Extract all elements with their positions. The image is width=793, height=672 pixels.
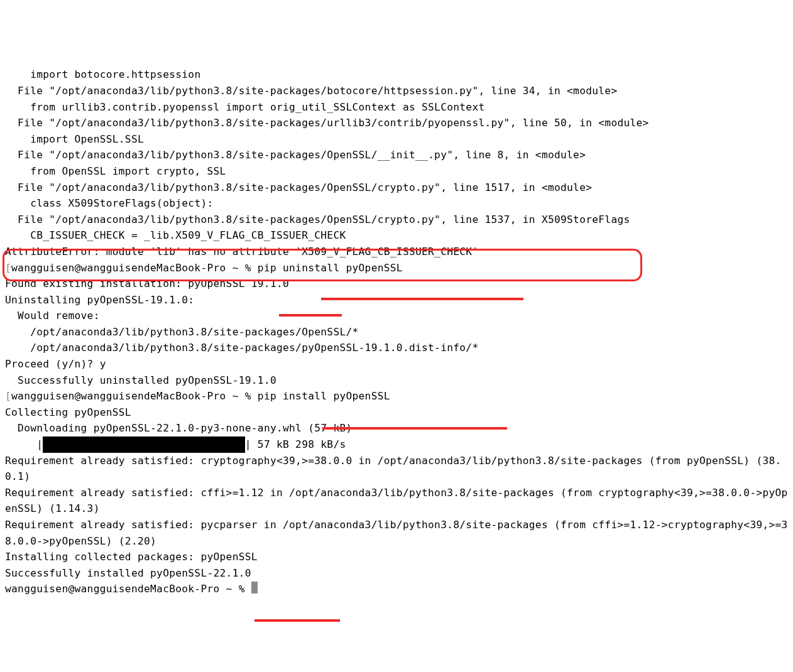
traceback-line: File "/opt/anaconda3/lib/python3.8/site-… [5, 117, 649, 129]
traceback-line: File "/opt/anaconda3/lib/python3.8/site-… [5, 214, 630, 225]
output-line: /opt/anaconda3/lib/python3.8/site-packag… [5, 326, 359, 338]
traceback-line: import OpenSSL.SSL [5, 133, 144, 145]
terminal-output[interactable]: import botocore.httpsession File "/opt/a… [5, 67, 788, 597]
progress-bar: ████████████████████████████████ [43, 436, 244, 453]
underline-annotation [254, 619, 340, 622]
progress-suffix: | 57 kB 298 kB/s [245, 438, 346, 450]
traceback-line: import botocore.httpsession [5, 68, 200, 80]
traceback-line: from urllib3.contrib.pyopenssl import or… [5, 101, 484, 113]
shell-prompt: wangguisen@wangguisendeMacBook-Pro ~ % [5, 583, 251, 595]
shell-command: pip uninstall pyOpenSSL [258, 262, 403, 274]
error-line: AttributeError: module 'lib' has no attr… [5, 246, 478, 257]
output-line: Installing collected packages: pyOpenSSL [5, 551, 258, 563]
prompt-bracket: [ [5, 390, 11, 402]
output-line: Requirement already satisfied: cryptogra… [5, 455, 782, 483]
output-line: Would remove: [5, 310, 100, 322]
output-line: Successfully uninstalled pyOpenSSL-19.1.… [5, 374, 276, 386]
progress-prefix: | [5, 438, 43, 450]
output-line: Found existing installation: pyOpenSSL 1… [5, 278, 289, 290]
prompt-bracket: [ [5, 262, 11, 274]
shell-command: pip install pyOpenSSL [258, 390, 390, 402]
traceback-line: from OpenSSL import crypto, SSL [5, 165, 226, 177]
shell-prompt: wangguisen@wangguisendeMacBook-Pro ~ % [11, 390, 258, 402]
output-line: Downloading pyOpenSSL-22.1.0-py3-none-an… [5, 422, 353, 434]
shell-prompt: wangguisen@wangguisendeMacBook-Pro ~ % [11, 262, 258, 274]
output-line: Successfully installed pyOpenSSL-22.1.0 [5, 567, 251, 579]
output-line: /opt/anaconda3/lib/python3.8/site-packag… [5, 342, 478, 354]
traceback-line: File "/opt/anaconda3/lib/python3.8/site-… [5, 85, 617, 97]
cursor-icon [251, 582, 258, 593]
traceback-line: File "/opt/anaconda3/lib/python3.8/site-… [5, 149, 586, 161]
traceback-line: class X509StoreFlags(object): [5, 197, 214, 209]
traceback-line: CB_ISSUER_CHECK = _lib.X509_V_FLAG_CB_IS… [5, 229, 346, 241]
traceback-line: File "/opt/anaconda3/lib/python3.8/site-… [5, 182, 592, 193]
prompt-proceed: Proceed (y/n)? y [5, 358, 106, 370]
output-line: Requirement already satisfied: pycparser… [5, 519, 788, 547]
output-line: Uninstalling pyOpenSSL-19.1.0: [5, 294, 194, 306]
output-line: Collecting pyOpenSSL [5, 406, 131, 418]
output-line: Requirement already satisfied: cffi>=1.1… [5, 487, 788, 515]
